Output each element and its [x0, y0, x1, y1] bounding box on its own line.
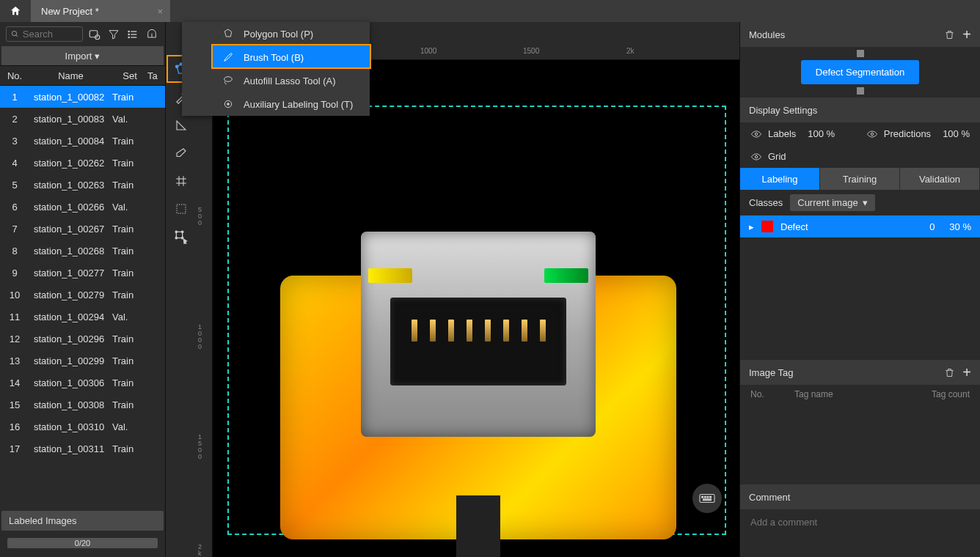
labeled-progress: 0/20	[7, 538, 158, 548]
transform-tool[interactable]	[170, 226, 192, 248]
module-button[interactable]: Defect Segmentation	[801, 60, 919, 84]
svg-rect-29	[703, 499, 712, 501]
tab-training[interactable]: Training	[820, 168, 900, 190]
right-panel: Modules + Defect Segmentation Display Se…	[739, 22, 980, 557]
svg-point-23	[181, 237, 183, 239]
table-row[interactable]: 5station_1_00263Train	[0, 174, 165, 196]
plus-icon[interactable]: +	[962, 367, 971, 378]
image-frame	[227, 106, 726, 535]
triangle-tool[interactable]	[170, 114, 192, 136]
labeled-images-header[interactable]: Labeled Images	[1, 511, 164, 531]
search-input[interactable]	[6, 26, 83, 42]
list-icon[interactable]	[125, 27, 140, 42]
display-settings-header: Display Settings	[740, 97, 980, 122]
table-row[interactable]: 11station_1_00294Val.	[0, 306, 165, 328]
svg-point-9	[128, 37, 129, 37]
menu-item-autofill-lasso[interactable]: Autofill Lasso Tool (A)	[213, 69, 370, 92]
svg-rect-27	[707, 496, 709, 498]
table-body: 1station_1_00082Train2station_1_00083Val…	[0, 86, 165, 508]
svg-rect-18	[177, 204, 186, 213]
table-row[interactable]: 14station_1_00306Train	[0, 372, 165, 394]
svg-rect-26	[704, 496, 706, 498]
col-ta[interactable]: Ta	[147, 70, 165, 81]
class-item-defect[interactable]: ▸ Defect 0 30 %	[740, 215, 980, 237]
toggle-labels[interactable]: Labels 100 %	[750, 128, 835, 139]
svg-point-8	[128, 34, 129, 34]
menu-item-auxiliary[interactable]: Auxiliary Labeling Tool (T)	[213, 92, 370, 116]
left-panel: Import ▾ No. Name Set Ta 1station_1_0008…	[0, 22, 166, 557]
module-graph: Defect Segmentation	[740, 47, 980, 97]
tab-validation[interactable]: Validation	[900, 168, 980, 190]
import-label: Import	[65, 51, 92, 62]
keyboard-icon[interactable]	[692, 484, 722, 513]
select-tool[interactable]	[170, 198, 192, 220]
chevron-right-icon: ▸	[749, 221, 754, 232]
mode-tabs: Labeling Training Validation	[740, 168, 980, 190]
image-content	[280, 232, 676, 539]
col-set[interactable]: Set	[112, 70, 147, 81]
tool-dropdown-menu: Polygon Tool (P) Brush Tool (B) Autofill…	[182, 22, 370, 116]
svg-point-7	[128, 31, 129, 32]
canvas[interactable]: Polygon Tool (P) Brush Tool (B) Autofill…	[213, 60, 739, 557]
comment-input[interactable]: Add a comment	[740, 509, 980, 535]
col-no[interactable]: No.	[0, 70, 29, 81]
eye-icon	[866, 130, 878, 139]
table-row[interactable]: 3station_1_00084Train	[0, 130, 165, 152]
toggle-grid[interactable]: Grid	[750, 151, 786, 162]
layout-icon[interactable]	[145, 27, 159, 42]
lasso-icon	[222, 75, 235, 86]
close-icon[interactable]: ×	[157, 6, 163, 17]
svg-point-35	[755, 155, 757, 158]
svg-rect-25	[702, 496, 703, 498]
grid-tool[interactable]	[170, 170, 192, 192]
chevron-down-icon: ▾	[863, 197, 868, 208]
tab-labeling[interactable]: Labeling	[740, 168, 820, 190]
classes-scope-dropdown[interactable]: Current image ▾	[790, 194, 874, 211]
table-row[interactable]: 1station_1_00082Train	[0, 86, 165, 108]
classes-label: Classes	[749, 197, 783, 208]
menu-item-polygon[interactable]: Polygon Tool (P)	[213, 22, 370, 45]
table-row[interactable]: 8station_1_00268Train	[0, 240, 165, 262]
chevron-down-icon: ▾	[95, 51, 100, 62]
image-filter-icon[interactable]	[87, 27, 102, 42]
import-button[interactable]: Import ▾	[1, 46, 164, 65]
plus-icon[interactable]: +	[962, 29, 971, 40]
table-row[interactable]: 16station_1_00310Val.	[0, 416, 165, 438]
table-row[interactable]: 17station_1_00311Train	[0, 438, 165, 460]
center-area: Polygon Tool 0 500 1000 1500 2k 0 500 10…	[166, 22, 739, 557]
table-row[interactable]: 12station_1_00296Train	[0, 328, 165, 350]
comment-header: Comment	[740, 484, 980, 509]
table-row[interactable]: 15station_1_00308Train	[0, 394, 165, 416]
svg-point-21	[181, 231, 183, 233]
table-row[interactable]: 9station_1_00277Train	[0, 262, 165, 284]
trash-icon[interactable]	[944, 367, 955, 378]
col-name[interactable]: Name	[29, 70, 112, 81]
modules-header: Modules +	[740, 22, 980, 47]
brush-icon	[222, 51, 235, 63]
table-row[interactable]: 4station_1_00262Train	[0, 152, 165, 174]
toggle-predictions[interactable]: Predictions 100 %	[866, 128, 970, 139]
polygon-icon	[222, 28, 235, 40]
table-row[interactable]: 7station_1_00267Train	[0, 218, 165, 240]
eraser-tool[interactable]	[170, 142, 192, 164]
tag-table-header: No. Tag name Tag count	[740, 385, 980, 404]
eye-icon	[750, 130, 762, 139]
project-tab[interactable]: New Project * ×	[31, 0, 170, 22]
menu-item-brush[interactable]: Brush Tool (B)	[213, 45, 370, 69]
table-row[interactable]: 10station_1_00279Train	[0, 284, 165, 306]
home-button[interactable]	[0, 0, 31, 22]
ruler-vertical: 0 500 1000 1500 2k	[197, 60, 213, 557]
table-header: No. Name Set Ta	[0, 65, 165, 86]
target-icon	[222, 98, 235, 110]
project-tab-label: New Project *	[41, 6, 99, 17]
search-field[interactable]	[23, 29, 78, 40]
eye-icon	[750, 152, 762, 161]
svg-point-33	[755, 133, 757, 135]
svg-point-11	[176, 65, 178, 67]
table-row[interactable]: 6station_1_00266Val.	[0, 196, 165, 218]
funnel-icon[interactable]	[106, 27, 121, 42]
titlebar: New Project * ×	[0, 0, 980, 22]
table-row[interactable]: 13station_1_00299Train	[0, 350, 165, 372]
table-row[interactable]: 2station_1_00083Val.	[0, 108, 165, 130]
trash-icon[interactable]	[944, 29, 955, 40]
